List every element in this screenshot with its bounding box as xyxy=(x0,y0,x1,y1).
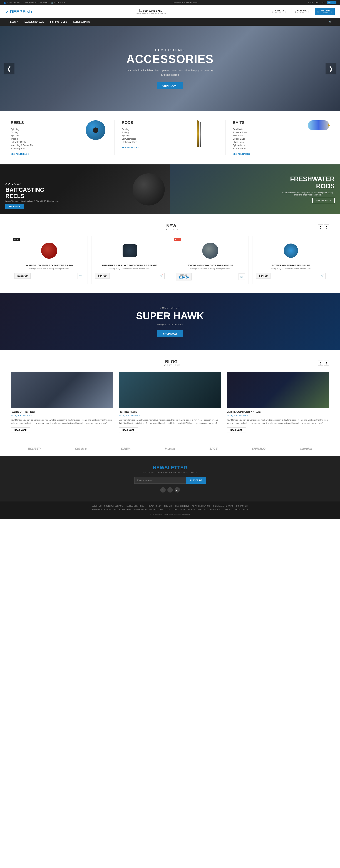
promo-right-subtitle: Our Freshwater rods are perfect for ever… xyxy=(281,192,335,196)
twitter-social-icon[interactable]: t xyxy=(167,487,173,493)
add-to-cart-button[interactable]: 🛒 xyxy=(319,273,325,279)
footer-my-wishlist[interactable]: MY WISHLIST xyxy=(210,509,222,511)
read-more-button[interactable]: READ MORE xyxy=(119,427,138,433)
twitter-icon[interactable]: t xyxy=(308,2,309,4)
see-all-rods-link[interactable]: SEE ALL RODS > xyxy=(122,146,139,149)
login-button[interactable]: LOG IN xyxy=(327,1,336,4)
footer-search-terms[interactable]: SEARCH TERMS xyxy=(175,505,189,507)
header-actions: ♡ WISHLIST 0 ITEMS ⊞ COMPARE 0 ITEMS 🛒 M… xyxy=(269,8,335,16)
promo-freshwater-btn[interactable]: SEE ALL RODS xyxy=(312,198,335,203)
read-more-button[interactable]: READ MORE xyxy=(227,427,246,433)
products-next-button[interactable]: ❯ xyxy=(324,224,329,230)
footer-customer-service[interactable]: CUSTOMER SERVICE xyxy=(104,505,123,507)
hero-shop-now-button[interactable]: SHOP NOW! xyxy=(157,82,183,89)
facebook-social-icon[interactable]: f xyxy=(160,487,166,493)
add-to-cart-button[interactable]: 🛒 xyxy=(158,273,165,279)
product-name: ECOODA MAELSTROM BAITRUNNER SPINNING xyxy=(176,264,245,267)
products-prev-button[interactable]: ❮ xyxy=(318,224,323,230)
footer-group-sales[interactable]: GROUP SALES xyxy=(173,509,186,511)
search-button[interactable]: 🔍 xyxy=(325,18,335,26)
super-hawk-shop-button[interactable]: SHOP NOW! xyxy=(157,330,183,337)
google-plus-icon[interactable]: G+ xyxy=(311,2,313,4)
super-hawk-brand: CRESTLINER xyxy=(160,306,180,309)
blog-next-button[interactable]: ❯ xyxy=(324,360,329,366)
categories-section: REELS Spinning Casting Spincast Trolling… xyxy=(0,112,340,164)
footer-privacy-policy[interactable]: PRIVACY POLICY xyxy=(147,505,162,507)
footer-view-cart[interactable]: VIEW CART xyxy=(197,509,207,511)
list-item: Crankbaits xyxy=(233,128,304,131)
currency-selector[interactable]: USD xyxy=(321,2,325,4)
checkout-link[interactable]: 🛒 CHECKOUT xyxy=(51,2,65,4)
footer-help[interactable]: HELP xyxy=(243,509,248,511)
wishlist-link[interactable]: ♡ MY WISHLIST xyxy=(23,2,38,4)
newsletter-social: f t G+ xyxy=(11,487,329,493)
category-rods-list: Casting Trolling Spinning Saltwater Rods… xyxy=(122,128,193,144)
see-all-baits-link[interactable]: SEE ALL BAITS > xyxy=(233,153,251,155)
logo[interactable]: ✓ DEEPFish xyxy=(5,9,32,14)
newsletter-subscribe-button[interactable]: SUBSCRIBE xyxy=(186,477,206,484)
hero-next-button[interactable]: ❯ xyxy=(325,63,336,74)
nav-lures-baits[interactable]: LURES & BAITS xyxy=(70,18,93,26)
footer-site-map[interactable]: SITE MAP xyxy=(164,505,173,507)
footer-template-settings[interactable]: TEMPLATE SETTINGS xyxy=(125,505,144,507)
newsletter-email-input[interactable] xyxy=(134,477,186,484)
wishlist-button[interactable]: ♡ WISHLIST 0 ITEMS xyxy=(269,8,289,16)
compare-icon: ⊞ xyxy=(294,10,296,13)
product-price: $220.00 $180.00 xyxy=(176,273,192,280)
footer-advanced-search[interactable]: ADVANCED SEARCH xyxy=(192,505,210,507)
footer-track-order[interactable]: TRACK MY ORDER xyxy=(224,509,240,511)
footer-affiliates[interactable]: AFFILIATES xyxy=(160,509,170,511)
facebook-icon[interactable]: f xyxy=(306,2,306,4)
my-account-link[interactable]: 👤 MY ACCOUNT xyxy=(4,2,20,4)
reels-image xyxy=(86,120,107,140)
products-nav-arrows: ❮ ❯ xyxy=(318,224,329,230)
new-products-header: NEW PRODUCTS ❮ ❯ xyxy=(11,223,329,231)
blog-link[interactable]: ✏ BLOG xyxy=(40,2,48,4)
super-hawk-title: SUPER HAWK xyxy=(136,310,204,321)
compare-button[interactable]: ⊞ COMPARE 0 ITEMS xyxy=(291,8,312,16)
footer-secure-shopping[interactable]: SECURE SHOPPING xyxy=(114,509,132,511)
product-reel-image xyxy=(41,243,57,259)
footer-orders-returns[interactable]: ORDERS AND RETURNS xyxy=(213,505,233,507)
product-card: SKYSPER 500M PE BRAID FISHING LINE Fishi… xyxy=(252,236,329,284)
footer-contact-us[interactable]: CONTACT US xyxy=(236,505,248,507)
category-reels-title: REELS xyxy=(11,120,82,125)
logo-text: DEEPFish xyxy=(10,9,32,14)
list-item: Spinning xyxy=(122,134,193,137)
product-description: Fishing is a good kind of activity that … xyxy=(256,268,325,270)
promo-daiwa-shop-button[interactable]: SHOP NOW! xyxy=(5,204,24,209)
footer-international-shipping[interactable]: INTERNATIONAL SHIPPING xyxy=(134,509,158,511)
promo-right-title: FRESHWATERRODS xyxy=(290,176,335,190)
blog-meta: JUL 26, 2016 3 COMMENTS xyxy=(11,415,113,417)
newsletter-section: NEWSLETTER GET THE LATEST NEWS DELIVERED… xyxy=(0,456,340,501)
read-more-button[interactable]: READ MORE xyxy=(11,427,30,433)
see-all-reels-link[interactable]: SEE ALL REELS > xyxy=(11,153,29,155)
footer-sign-in[interactable]: SIGN IN xyxy=(188,509,195,511)
product-name: NATUREHIKE ULTRA LIGHT PORTABLE FOLDING … xyxy=(95,264,165,267)
list-item: Topwater Baits xyxy=(233,131,304,134)
section-title: NEW PRODUCTS xyxy=(25,223,318,231)
blog-excerpt: Your Mantras you may be wondering if you… xyxy=(227,418,329,425)
promo-daiwa: >> DAIWA BAITCASTINGREELS Daiwa Tourname… xyxy=(0,164,170,214)
add-to-cart-button[interactable]: 🛒 xyxy=(238,273,245,280)
nav-reels[interactable]: REELS ▾ xyxy=(5,18,21,26)
product-card: NEW KASTKING LOW PROFILE BAITCASTING FIS… xyxy=(11,236,88,284)
blog-prev-button[interactable]: ❮ xyxy=(318,360,323,366)
blog-header: BLOG LATEST NEWS ❮ ❯ xyxy=(11,359,329,367)
list-item: Fly-fishing Reels xyxy=(11,147,82,150)
nav-tackle-storage[interactable]: TACKLE STORAGE xyxy=(21,18,47,26)
business-hours: 7 days a week, from 9:00 am to 7:00 pm xyxy=(134,12,166,14)
footer-about-us[interactable]: ABOUT US xyxy=(92,505,102,507)
language-selector[interactable]: ENG xyxy=(315,2,319,4)
google-plus-social-icon[interactable]: G+ xyxy=(175,487,180,493)
category-reels-list: Spinning Casting Spincast Trolling Saltw… xyxy=(11,128,82,150)
hero-prev-button[interactable]: ❮ xyxy=(4,63,15,74)
blog-date: JUL 26, 2016 xyxy=(11,415,21,417)
nav-fishing-tools[interactable]: FISHING TOOLS xyxy=(47,18,70,26)
add-to-cart-button[interactable]: 🛒 xyxy=(78,273,84,279)
category-baits-list: Crankbaits Topwater Baits Stick Baits Li… xyxy=(233,128,304,150)
cart-button[interactable]: 🛒 MY CART 0 ITEMS xyxy=(315,8,335,15)
top-bar-right: f t G+ ENG USD LOG IN xyxy=(306,1,336,4)
header: ✓ DEEPFish 📞 800-2345-6789 7 days a week… xyxy=(0,5,340,18)
footer-shipping-returns[interactable]: SHIPPING & RETURNS xyxy=(92,509,112,511)
